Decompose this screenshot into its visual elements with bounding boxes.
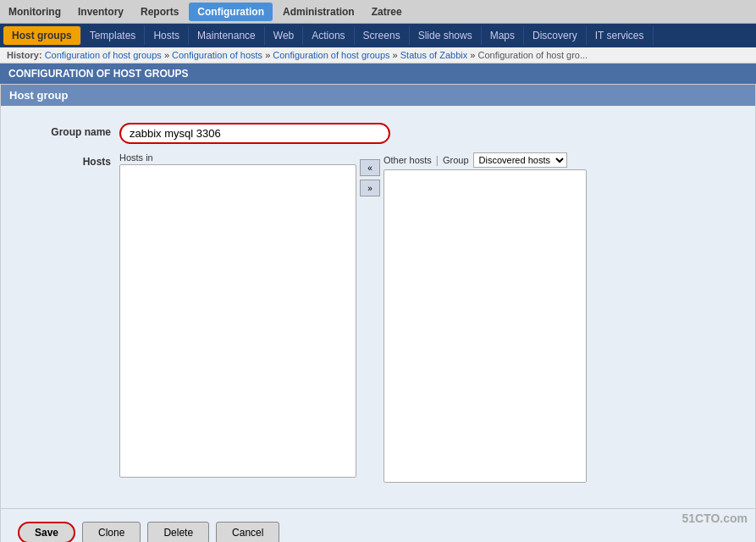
nav-hosts[interactable]: Hosts [145,26,189,45]
breadcrumb-link-2[interactable]: Configuration of hosts [172,50,262,60]
nav-maps[interactable]: Maps [482,26,524,45]
arrow-left-button[interactable]: « [360,159,380,176]
top-navigation: Monitoring Inventory Reports Configurati… [0,0,756,24]
top-nav-inventory[interactable]: Inventory [69,3,132,21]
other-hosts-section: Other hosts | Group Discovered hosts All… [384,152,587,483]
form-area: Group name Hosts Hosts in « » [1,106,755,508]
other-hosts-header: Other hosts | Group Discovered hosts All… [384,152,587,168]
button-bar: Save Clone Delete Cancel [1,508,755,542]
breadcrumb-current: Configuration of host gro... [477,50,588,60]
breadcrumb: History: Configuration of host groups » … [0,47,756,64]
nav-actions[interactable]: Actions [303,26,354,45]
nav-templates[interactable]: Templates [81,26,146,45]
save-button[interactable]: Save [18,522,75,542]
pipe-separator: | [436,154,439,166]
nav-it-services[interactable]: IT services [587,26,654,45]
nav-maintenance[interactable]: Maintenance [189,26,265,45]
top-nav-monitoring[interactable]: Monitoring [0,3,69,21]
nav-web[interactable]: Web [265,26,303,45]
arrow-buttons: « » [356,152,384,203]
top-nav-administration[interactable]: Administration [274,3,363,21]
watermark: 51CTO.com [682,512,748,525]
clone-button[interactable]: Clone [82,522,141,542]
cancel-button[interactable]: Cancel [216,522,279,542]
hosts-row: Hosts Hosts in « » Other hosts | [18,152,738,483]
nav-host-groups[interactable]: Host groups [3,26,81,45]
second-navigation: Host groups Templates Hosts Maintenance … [0,24,756,47]
nav-slide-shows[interactable]: Slide shows [410,26,482,45]
top-nav-zatree[interactable]: Zatree [363,3,411,21]
breadcrumb-link-4[interactable]: Status of Zabbix [400,50,468,60]
arrow-right-button[interactable]: » [360,180,380,196]
content-area: Host group Group name Hosts Hosts in « [0,84,756,542]
breadcrumb-link-1[interactable]: Configuration of host groups [45,50,162,60]
group-name-input[interactable] [119,123,390,144]
group-name-label: Group name [18,123,119,138]
section-header: CONFIGURATION OF HOST GROUPS [0,64,756,84]
other-hosts-listbox[interactable] [384,169,587,483]
hosts-content: Hosts in « » Other hosts | Group [119,152,587,483]
hosts-label: Hosts [18,152,119,168]
top-nav-reports[interactable]: Reports [132,3,187,21]
group-label: Group [443,155,469,165]
nav-screens[interactable]: Screens [355,26,410,45]
breadcrumb-link-3[interactable]: Configuration of host groups [273,50,389,60]
panel-header: Host group [1,85,755,106]
group-name-value [119,123,738,144]
hosts-in-listbox[interactable] [119,164,356,478]
group-select[interactable]: Discovered hosts All groups Linux server… [473,152,567,168]
other-hosts-label: Other hosts [384,155,432,165]
top-nav-configuration[interactable]: Configuration [189,3,273,21]
hosts-in-section: Hosts in [119,152,356,478]
group-name-row: Group name [18,123,738,144]
history-label: History: [7,50,42,60]
delete-button[interactable]: Delete [147,522,209,542]
nav-discovery[interactable]: Discovery [524,26,587,45]
hosts-in-label: Hosts in [119,152,356,163]
